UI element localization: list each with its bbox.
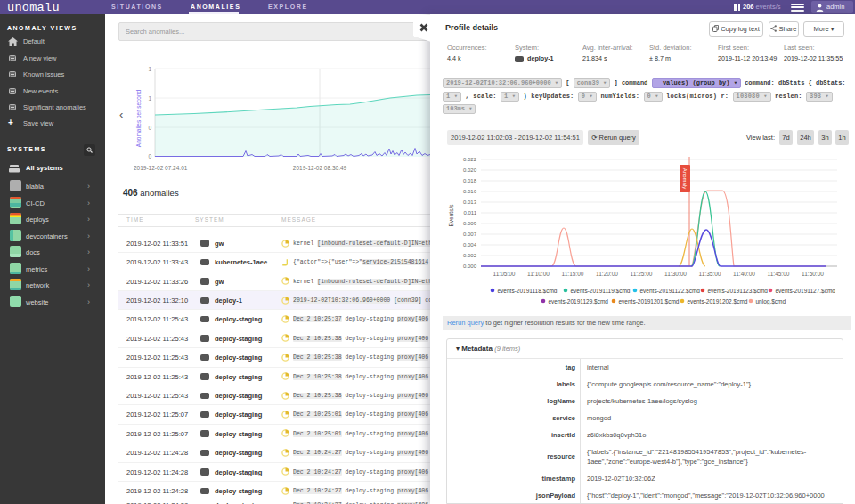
svg-text:events-20191127.$cmd: events-20191127.$cmd xyxy=(776,288,836,294)
svg-text:1: 1 xyxy=(148,95,151,102)
svg-text:Anomaly: Anomaly xyxy=(682,168,688,189)
svg-text:0.002: 0.002 xyxy=(463,253,477,258)
svg-text:0: 0 xyxy=(148,153,151,159)
svg-text:Anomalies per second: Anomalies per second xyxy=(135,89,142,147)
svg-text:0.011: 0.011 xyxy=(463,210,476,215)
svg-text:unlog.$cmd: unlog.$cmd xyxy=(756,298,786,305)
svg-text:11:40:00: 11:40:00 xyxy=(733,271,755,277)
svg-text:1: 1 xyxy=(148,66,151,72)
svg-text:0.018: 0.018 xyxy=(463,178,477,183)
svg-text:2019-12-02 07:24:01: 2019-12-02 07:24:01 xyxy=(134,165,188,171)
svg-text:0.020: 0.020 xyxy=(463,167,477,173)
svg-text:11:45:00: 11:45:00 xyxy=(768,271,790,277)
svg-text:11:50:00: 11:50:00 xyxy=(802,271,824,277)
svg-text:0.004: 0.004 xyxy=(463,242,477,248)
svg-text:Events/s: Events/s xyxy=(448,204,454,227)
svg-text:11:05:00: 11:05:00 xyxy=(493,271,516,277)
svg-text:events-20191201.$cmd: events-20191201.$cmd xyxy=(619,298,680,305)
svg-text:0.007: 0.007 xyxy=(463,232,477,237)
svg-text:events-20191202.$cmd: events-20191202.$cmd xyxy=(688,298,748,305)
svg-text:0.000: 0.000 xyxy=(463,264,477,269)
svg-text:events-20191129.$cmd: events-20191129.$cmd xyxy=(549,298,609,305)
svg-text:11:30:00: 11:30:00 xyxy=(664,271,687,277)
svg-text:events-20191122.$cmd: events-20191122.$cmd xyxy=(640,288,701,294)
svg-text:0.013: 0.013 xyxy=(463,199,477,205)
svg-text:11:20:00: 11:20:00 xyxy=(596,271,618,277)
svg-text:events-20191118.$cmd: events-20191118.$cmd xyxy=(498,288,558,294)
svg-text:11:25:00: 11:25:00 xyxy=(631,271,653,277)
svg-text:11:35:00: 11:35:00 xyxy=(699,271,721,277)
svg-text:2019-12-02 08:30:49: 2019-12-02 08:30:49 xyxy=(293,165,347,171)
svg-text:events-20191123.$cmd: events-20191123.$cmd xyxy=(708,288,769,294)
svg-text:11:15:00: 11:15:00 xyxy=(562,271,584,277)
svg-text:events-20191119.$cmd: events-20191119.$cmd xyxy=(571,288,631,294)
svg-text:0.009: 0.009 xyxy=(463,221,477,226)
svg-text:11:10:00: 11:10:00 xyxy=(527,271,550,277)
svg-text:0.022: 0.022 xyxy=(463,157,477,162)
svg-text:0.016: 0.016 xyxy=(463,189,477,194)
svg-text:0: 0 xyxy=(148,125,151,131)
